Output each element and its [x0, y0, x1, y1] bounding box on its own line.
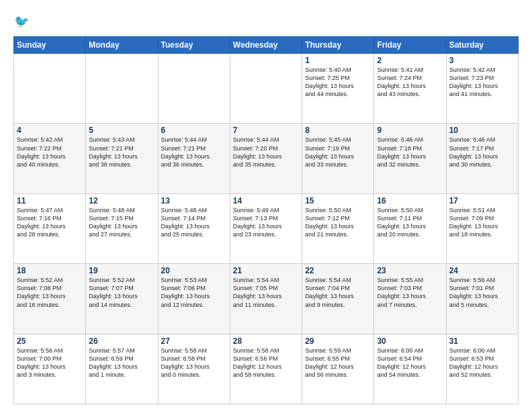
calendar-table: SundayMondayTuesdayWednesdayThursdayFrid…	[13, 36, 519, 404]
day-info: Sunrise: 5:42 AM Sunset: 7:22 PM Dayligh…	[17, 136, 83, 169]
day-info: Sunrise: 5:50 AM Sunset: 7:12 PM Dayligh…	[305, 206, 371, 239]
calendar-cell: 10Sunrise: 5:46 AM Sunset: 7:17 PM Dayli…	[446, 124, 518, 193]
day-number: 9	[377, 126, 443, 135]
calendar-cell: 5Sunrise: 5:43 AM Sunset: 7:21 PM Daylig…	[86, 124, 158, 193]
svg-text:🐦: 🐦	[14, 14, 30, 29]
day-number: 1	[305, 56, 371, 65]
day-info: Sunrise: 5:49 AM Sunset: 7:13 PM Dayligh…	[233, 206, 299, 239]
calendar-cell: 4Sunrise: 5:42 AM Sunset: 7:22 PM Daylig…	[14, 124, 86, 193]
page: 🐦 SundayMondayTuesdayWednesdayThursdayFr…	[0, 0, 532, 411]
day-number: 8	[305, 126, 371, 135]
calendar-week-row: 11Sunrise: 5:47 AM Sunset: 7:16 PM Dayli…	[14, 193, 519, 263]
calendar-cell: 29Sunrise: 5:59 AM Sunset: 6:55 PM Dayli…	[302, 334, 374, 404]
day-info: Sunrise: 5:47 AM Sunset: 7:16 PM Dayligh…	[17, 206, 83, 239]
day-number: 31	[449, 336, 515, 346]
day-info: Sunrise: 5:58 AM Sunset: 6:58 PM Dayligh…	[161, 347, 227, 379]
calendar-cell: 31Sunrise: 6:00 AM Sunset: 6:53 PM Dayli…	[446, 334, 518, 404]
day-info: Sunrise: 5:44 AM Sunset: 7:21 PM Dayligh…	[161, 136, 227, 169]
calendar-week-row: 18Sunrise: 5:52 AM Sunset: 7:08 PM Dayli…	[14, 264, 519, 334]
day-info: Sunrise: 5:59 AM Sunset: 6:55 PM Dayligh…	[305, 347, 371, 379]
calendar-cell: 11Sunrise: 5:47 AM Sunset: 7:16 PM Dayli…	[14, 193, 86, 263]
calendar-cell: 20Sunrise: 5:53 AM Sunset: 7:06 PM Dayli…	[158, 264, 230, 334]
calendar-cell: 27Sunrise: 5:58 AM Sunset: 6:58 PM Dayli…	[158, 334, 230, 404]
calendar-cell	[14, 54, 86, 124]
day-info: Sunrise: 5:52 AM Sunset: 7:08 PM Dayligh…	[17, 276, 83, 309]
calendar-cell: 23Sunrise: 5:55 AM Sunset: 7:03 PM Dayli…	[374, 264, 446, 334]
day-info: Sunrise: 5:52 AM Sunset: 7:07 PM Dayligh…	[89, 276, 154, 309]
calendar-cell: 21Sunrise: 5:54 AM Sunset: 7:05 PM Dayli…	[230, 264, 302, 334]
calendar-cell: 13Sunrise: 5:48 AM Sunset: 7:14 PM Dayli…	[158, 193, 230, 263]
day-number: 16	[377, 196, 443, 205]
calendar-cell: 12Sunrise: 5:48 AM Sunset: 7:15 PM Dayli…	[86, 193, 158, 263]
calendar-cell: 8Sunrise: 5:45 AM Sunset: 7:19 PM Daylig…	[302, 124, 374, 193]
day-info: Sunrise: 5:42 AM Sunset: 7:23 PM Dayligh…	[449, 66, 515, 99]
day-info: Sunrise: 6:00 AM Sunset: 6:53 PM Dayligh…	[449, 347, 515, 379]
day-info: Sunrise: 5:46 AM Sunset: 7:17 PM Dayligh…	[449, 136, 515, 169]
day-number: 27	[161, 336, 227, 346]
day-info: Sunrise: 5:56 AM Sunset: 7:01 PM Dayligh…	[449, 276, 515, 309]
calendar-week-row: 1Sunrise: 5:40 AM Sunset: 7:25 PM Daylig…	[14, 54, 519, 124]
header: 🐦	[13, 12, 519, 31]
calendar-cell: 7Sunrise: 5:44 AM Sunset: 7:20 PM Daylig…	[230, 124, 302, 193]
calendar-cell: 18Sunrise: 5:52 AM Sunset: 7:08 PM Dayli…	[14, 264, 86, 334]
day-info: Sunrise: 5:55 AM Sunset: 7:03 PM Dayligh…	[377, 276, 443, 309]
calendar-cell: 26Sunrise: 5:57 AM Sunset: 6:59 PM Dayli…	[86, 334, 158, 404]
day-number: 4	[17, 126, 83, 135]
day-info: Sunrise: 5:53 AM Sunset: 7:06 PM Dayligh…	[161, 276, 227, 309]
calendar-cell: 28Sunrise: 5:58 AM Sunset: 6:56 PM Dayli…	[230, 334, 302, 404]
calendar-cell: 25Sunrise: 5:56 AM Sunset: 7:00 PM Dayli…	[14, 334, 86, 404]
weekday-header: Wednesday	[230, 37, 302, 54]
calendar-cell: 9Sunrise: 5:46 AM Sunset: 7:18 PM Daylig…	[374, 124, 446, 193]
weekday-header: Tuesday	[158, 37, 230, 54]
weekday-header: Thursday	[302, 37, 374, 54]
day-number: 20	[161, 266, 227, 275]
calendar-cell: 14Sunrise: 5:49 AM Sunset: 7:13 PM Dayli…	[230, 193, 302, 263]
day-number: 15	[305, 196, 371, 205]
calendar-cell: 15Sunrise: 5:50 AM Sunset: 7:12 PM Dayli…	[302, 193, 374, 263]
day-number: 26	[89, 336, 154, 346]
day-info: Sunrise: 5:45 AM Sunset: 7:19 PM Dayligh…	[305, 136, 371, 169]
day-info: Sunrise: 5:54 AM Sunset: 7:05 PM Dayligh…	[233, 276, 299, 309]
day-number: 22	[305, 266, 371, 275]
day-info: Sunrise: 5:40 AM Sunset: 7:25 PM Dayligh…	[305, 66, 371, 99]
calendar-week-row: 25Sunrise: 5:56 AM Sunset: 7:00 PM Dayli…	[14, 334, 519, 404]
day-number: 21	[233, 266, 299, 275]
day-number: 18	[17, 266, 83, 275]
day-info: Sunrise: 5:54 AM Sunset: 7:04 PM Dayligh…	[305, 276, 371, 309]
day-info: Sunrise: 5:57 AM Sunset: 6:59 PM Dayligh…	[89, 347, 154, 379]
calendar-cell: 2Sunrise: 5:41 AM Sunset: 7:24 PM Daylig…	[374, 54, 446, 124]
day-number: 30	[377, 336, 443, 346]
calendar-cell: 19Sunrise: 5:52 AM Sunset: 7:07 PM Dayli…	[86, 264, 158, 334]
day-number: 12	[89, 196, 154, 205]
day-number: 19	[89, 266, 154, 275]
day-info: Sunrise: 5:48 AM Sunset: 7:14 PM Dayligh…	[161, 206, 227, 239]
weekday-header: Friday	[374, 37, 446, 54]
calendar-header-row: SundayMondayTuesdayWednesdayThursdayFrid…	[14, 37, 519, 54]
calendar-week-row: 4Sunrise: 5:42 AM Sunset: 7:22 PM Daylig…	[14, 124, 519, 193]
logo: 🐦	[13, 12, 35, 31]
day-info: Sunrise: 5:44 AM Sunset: 7:20 PM Dayligh…	[233, 136, 299, 169]
calendar-cell	[86, 54, 158, 124]
calendar-cell: 6Sunrise: 5:44 AM Sunset: 7:21 PM Daylig…	[158, 124, 230, 193]
calendar-cell: 22Sunrise: 5:54 AM Sunset: 7:04 PM Dayli…	[302, 264, 374, 334]
day-number: 13	[161, 196, 227, 205]
day-number: 6	[161, 126, 227, 135]
day-number: 25	[17, 336, 83, 346]
day-number: 14	[233, 196, 299, 205]
day-info: Sunrise: 5:50 AM Sunset: 7:11 PM Dayligh…	[377, 206, 443, 239]
day-number: 29	[305, 336, 371, 346]
calendar-cell	[158, 54, 230, 124]
day-number: 7	[233, 126, 299, 135]
day-info: Sunrise: 5:48 AM Sunset: 7:15 PM Dayligh…	[89, 206, 154, 239]
day-info: Sunrise: 6:00 AM Sunset: 6:54 PM Dayligh…	[377, 347, 443, 379]
calendar-cell: 30Sunrise: 6:00 AM Sunset: 6:54 PM Dayli…	[374, 334, 446, 404]
logo-icon: 🐦	[13, 12, 32, 31]
calendar-cell: 1Sunrise: 5:40 AM Sunset: 7:25 PM Daylig…	[302, 54, 374, 124]
weekday-header: Monday	[86, 37, 158, 54]
day-number: 3	[449, 56, 515, 65]
calendar-cell: 24Sunrise: 5:56 AM Sunset: 7:01 PM Dayli…	[446, 264, 518, 334]
calendar-cell: 3Sunrise: 5:42 AM Sunset: 7:23 PM Daylig…	[446, 54, 518, 124]
day-info: Sunrise: 5:58 AM Sunset: 6:56 PM Dayligh…	[233, 347, 299, 379]
calendar-cell	[230, 54, 302, 124]
day-info: Sunrise: 5:41 AM Sunset: 7:24 PM Dayligh…	[377, 66, 443, 99]
